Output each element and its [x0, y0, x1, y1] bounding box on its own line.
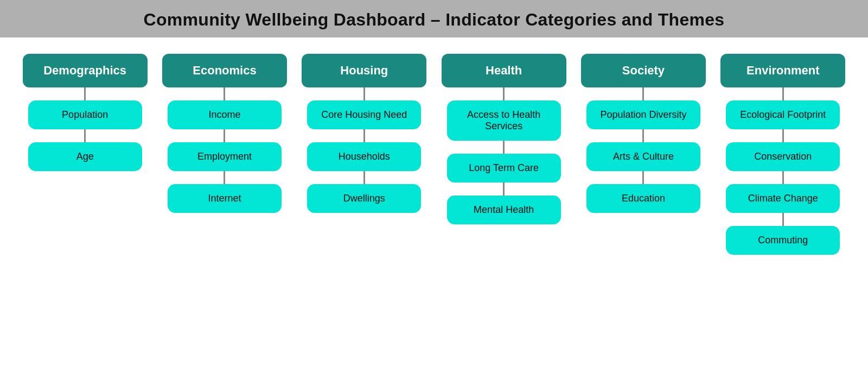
connector-line: [363, 129, 365, 142]
theme-box-housing-2: Dwellings: [307, 184, 421, 213]
connector-line: [503, 141, 505, 154]
category-box-society: Society: [581, 54, 706, 87]
category-column-environment: EnvironmentEcological FootprintConservat…: [713, 54, 853, 255]
connector-line: [363, 171, 365, 184]
theme-box-housing-0: Core Housing Need: [307, 100, 421, 129]
theme-box-economics-1: Employment: [168, 142, 282, 171]
connector-line: [84, 87, 86, 100]
connector-line: [84, 129, 86, 142]
theme-box-demographics-0: Population: [28, 100, 142, 129]
category-box-demographics: Demographics: [23, 54, 148, 87]
theme-box-environment-3: Commuting: [726, 226, 840, 255]
theme-box-environment-0: Ecological Footprint: [726, 100, 840, 129]
connector-line: [642, 171, 644, 184]
theme-box-environment-2: Climate Change: [726, 184, 840, 213]
category-column-demographics: DemographicsPopulationAge: [15, 54, 155, 171]
connector-line: [782, 213, 784, 226]
connector-line: [782, 171, 784, 184]
connector-line: [224, 87, 225, 100]
theme-box-environment-1: Conservation: [726, 142, 840, 171]
theme-box-health-2: Mental Health: [447, 196, 561, 224]
connector-line: [782, 129, 784, 142]
connector-line: [642, 129, 644, 142]
theme-box-health-1: Long Term Care: [447, 154, 561, 182]
columns-area: DemographicsPopulationAgeEconomicsIncome…: [0, 37, 868, 266]
theme-box-housing-1: Households: [307, 142, 421, 171]
connector-line: [503, 87, 505, 100]
theme-box-economics-0: Income: [168, 100, 282, 129]
theme-box-demographics-1: Age: [28, 142, 142, 171]
category-column-society: SocietyPopulation DiversityArts & Cultur…: [573, 54, 713, 213]
page-wrapper: Community Wellbeing Dashboard – Indicato…: [0, 0, 868, 384]
header-bar: Community Wellbeing Dashboard – Indicato…: [0, 0, 868, 37]
theme-box-health-0: Access to Health Services: [447, 100, 561, 141]
category-column-health: HealthAccess to Health ServicesLong Term…: [434, 54, 573, 224]
category-box-health: Health: [442, 54, 566, 87]
connector-line: [224, 129, 225, 142]
category-box-economics: Economics: [162, 54, 287, 87]
theme-box-society-2: Education: [586, 184, 700, 213]
category-column-economics: EconomicsIncomeEmploymentInternet: [155, 54, 294, 213]
connector-line: [503, 182, 505, 196]
category-box-housing: Housing: [302, 54, 426, 87]
page-title: Community Wellbeing Dashboard – Indicato…: [144, 10, 725, 29]
connector-line: [363, 87, 365, 100]
category-column-housing: HousingCore Housing NeedHouseholdsDwelli…: [295, 54, 434, 213]
connector-line: [782, 87, 784, 100]
theme-box-society-1: Arts & Culture: [586, 142, 700, 171]
connector-line: [642, 87, 644, 100]
connector-line: [224, 171, 225, 184]
theme-box-society-0: Population Diversity: [586, 100, 700, 129]
theme-box-economics-2: Internet: [168, 184, 282, 213]
category-box-environment: Environment: [720, 54, 845, 87]
